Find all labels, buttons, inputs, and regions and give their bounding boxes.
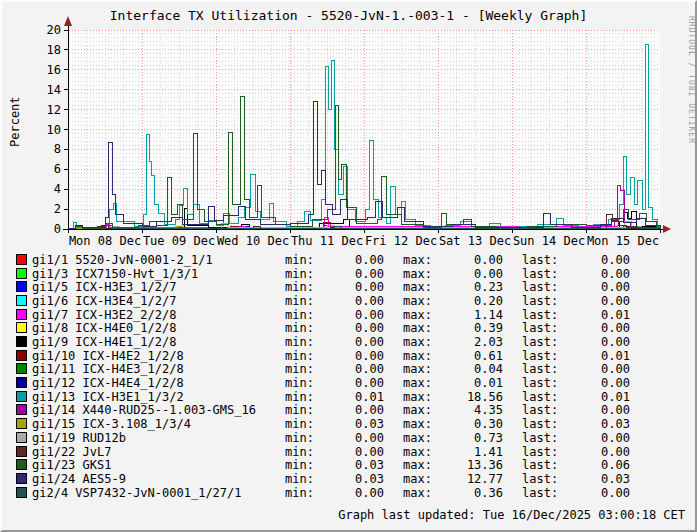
legend-series-name: gi1/13 ICX-H3E1_1/3/2 xyxy=(32,390,184,404)
legend-color-swatch xyxy=(16,350,27,361)
legend-series-name: gi1/1 5520-JvN-0001-2_1/1 xyxy=(32,253,213,267)
legend-color-swatch xyxy=(16,473,27,484)
legend-series-name: gi1/9 ICX-H4E1_1/2/8 xyxy=(32,335,177,349)
x-tick-label: Sun 14 Dec xyxy=(513,234,585,248)
legend-min-value: 0.00 xyxy=(308,445,384,459)
legend-row: gi1/10 ICX-H4E2_1/2/8min:0.00max:0.61las… xyxy=(2,349,695,363)
legend-min-value: 0.03 xyxy=(308,472,384,486)
legend-color-swatch xyxy=(16,281,27,292)
legend-color-swatch xyxy=(16,377,27,388)
legend-last-value: 0.00 xyxy=(551,403,630,417)
legend-row: gi1/1 5520-JvN-0001-2_1/1min:0.00max:0.0… xyxy=(2,253,695,267)
legend-row: gi1/11 ICX-H4E3_1/2/8min:0.00max:0.04las… xyxy=(2,362,695,376)
legend-row: gi1/6 ICX-H3E4_1/2/7min:0.00max:0.20last… xyxy=(2,294,695,308)
legend-max-value: 0.20 xyxy=(426,294,503,308)
legend-last-value: 0.00 xyxy=(551,335,630,349)
legend-color-swatch xyxy=(16,363,27,374)
legend-min-value: 0.00 xyxy=(308,431,384,445)
legend-min-value: 0.00 xyxy=(308,308,384,322)
legend-row: gi1/14 X440-RUD25--1.003-GMS_16min:0.00m… xyxy=(2,403,695,417)
legend-min-value: 0.00 xyxy=(308,321,384,335)
legend-series-name: gi1/6 ICX-H3E4_1/2/7 xyxy=(32,294,177,308)
legend-max-value: 0.00 xyxy=(426,253,503,267)
legend-series-name: gi1/10 ICX-H4E2_1/2/8 xyxy=(32,349,184,363)
legend-min-value: 0.00 xyxy=(308,362,384,376)
y-tick-label: 2 xyxy=(54,202,61,216)
legend-color-swatch xyxy=(16,404,27,415)
legend-row: gi1/7 ICX-H3E2_2/2/8min:0.00max:1.14last… xyxy=(2,308,695,322)
legend-max-value: 0.30 xyxy=(426,417,503,431)
legend: gi1/1 5520-JvN-0001-2_1/1min:0.00max:0.0… xyxy=(2,253,695,501)
legend-last-value: 0.00 xyxy=(551,445,630,459)
legend-series-name: gi1/7 ICX-H3E2_2/2/8 xyxy=(32,308,177,322)
legend-row: gi1/9 ICX-H4E1_1/2/8min:0.00max:2.03last… xyxy=(2,335,695,349)
legend-last-value: 0.00 xyxy=(551,486,630,500)
y-tick-label: 12 xyxy=(47,103,61,117)
legend-color-swatch xyxy=(16,322,27,333)
legend-min-value: 0.00 xyxy=(308,349,384,363)
legend-min-value: 0.00 xyxy=(308,294,384,308)
legend-last-value: 0.00 xyxy=(551,321,630,335)
legend-max-value: 0.73 xyxy=(426,431,503,445)
legend-color-swatch xyxy=(16,254,27,265)
legend-series-name: gi2/4 VSP7432-JvN-0001_1/27/1 xyxy=(32,486,242,500)
legend-last-value: 0.01 xyxy=(551,390,630,404)
y-tick-label: 4 xyxy=(54,182,61,196)
y-tick-label: 16 xyxy=(47,63,61,77)
legend-min-value: 0.03 xyxy=(308,417,384,431)
legend-max-value: 0.01 xyxy=(426,376,503,390)
legend-max-value: 4.35 xyxy=(426,403,503,417)
legend-series-name: gi1/14 X440-RUD25--1.003-GMS_16 xyxy=(32,403,256,417)
legend-color-swatch xyxy=(16,391,27,402)
legend-min-value: 0.03 xyxy=(308,458,384,472)
legend-color-swatch xyxy=(16,446,27,457)
legend-color-swatch xyxy=(16,309,27,320)
legend-row: gi1/13 ICX-H3E1_1/3/2min:0.01max:18.56la… xyxy=(2,390,695,404)
rrdtool-graph-image: Interface TX Utilization - 5520-JvN-1.-0… xyxy=(0,0,697,532)
legend-last-value: 0.03 xyxy=(551,417,630,431)
legend-last-value: 0.01 xyxy=(551,308,630,322)
legend-max-value: 1.41 xyxy=(426,445,503,459)
legend-color-swatch xyxy=(16,459,27,470)
legend-color-swatch xyxy=(16,295,27,306)
legend-max-value: 0.36 xyxy=(426,486,503,500)
legend-last-value: 0.00 xyxy=(551,431,630,445)
x-tick-label: Mon 08 Dec xyxy=(69,234,141,248)
legend-min-value: 0.00 xyxy=(308,253,384,267)
legend-row: gi1/3 ICX7150-Hvt_1/3/1min:0.00max:0.00l… xyxy=(2,267,695,281)
legend-series-name: gi1/5 ICX-H3E3_1/2/7 xyxy=(32,280,177,294)
legend-min-value: 0.00 xyxy=(308,267,384,281)
legend-last-value: 0.00 xyxy=(551,267,630,281)
utilization-chart: 02468101214161820Mon 08 DecTue 09 DecWed… xyxy=(2,2,697,252)
legend-color-swatch xyxy=(16,487,27,498)
y-axis-arrow-icon xyxy=(64,16,72,26)
legend-last-value: 0.06 xyxy=(551,458,630,472)
legend-row: gi1/24 AES5-9min:0.03max:12.77last:0.03 xyxy=(2,472,695,486)
legend-max-value: 13.36 xyxy=(426,458,503,472)
x-tick-label: Wed 10 Dec xyxy=(217,234,289,248)
legend-color-swatch xyxy=(16,432,27,443)
legend-series-name: gi1/23 GKS1 xyxy=(32,458,111,472)
legend-min-value: 0.00 xyxy=(308,280,384,294)
legend-last-value: 0.00 xyxy=(551,280,630,294)
legend-row: gi1/5 ICX-H3E3_1/2/7min:0.00max:0.23last… xyxy=(2,280,695,294)
legend-min-value: 0.00 xyxy=(308,403,384,417)
last-updated-text: Graph last updated: Tue 16/Dec/2025 03:0… xyxy=(2,508,685,522)
legend-min-value: 0.00 xyxy=(308,486,384,500)
legend-last-value: 0.00 xyxy=(551,376,630,390)
legend-color-swatch xyxy=(16,418,27,429)
legend-last-value: 0.00 xyxy=(551,253,630,267)
legend-row: gi1/22 JvL7min:0.00max:1.41last:0.00 xyxy=(2,445,695,459)
legend-series-name: gi1/24 AES5-9 xyxy=(32,472,126,486)
legend-last-value: 0.00 xyxy=(551,294,630,308)
x-tick-label: Tue 09 Dec xyxy=(143,234,215,248)
legend-max-value: 1.14 xyxy=(426,308,503,322)
legend-max-value: 12.77 xyxy=(426,472,503,486)
legend-max-value: 0.23 xyxy=(426,280,503,294)
y-tick-label: 0 xyxy=(54,222,61,236)
legend-last-value: 0.01 xyxy=(551,349,630,363)
legend-last-value: 0.00 xyxy=(551,362,630,376)
y-tick-label: 6 xyxy=(54,162,61,176)
y-tick-label: 10 xyxy=(47,123,61,137)
legend-row: gi1/15 ICX-3.108_1/3/4min:0.03max:0.30la… xyxy=(2,417,695,431)
